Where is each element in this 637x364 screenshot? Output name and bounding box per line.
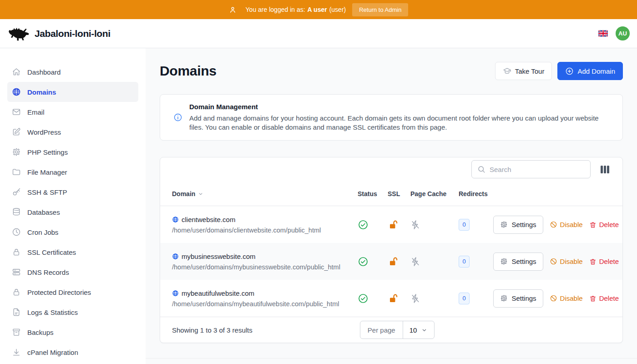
search-icon	[477, 165, 485, 173]
sidebar-item-php-settings[interactable]: PHP Settings	[7, 142, 138, 162]
ssl-unlocked-icon[interactable]	[388, 256, 410, 267]
info-card-title: Domain Management	[189, 103, 602, 111]
sidebar-item-ssl-certificates[interactable]: SSL Certificates	[7, 242, 138, 262]
delete-button[interactable]: Delete	[589, 294, 619, 302]
column-header-redirects: Redirects	[459, 190, 499, 197]
sidebar-item-databases[interactable]: Databases	[7, 202, 138, 222]
archive-box-icon	[12, 328, 21, 337]
brand-logo-link[interactable]: Jabaloni-loni-loni	[7, 25, 111, 42]
redirects-count-badge[interactable]: 0	[459, 256, 470, 268]
ssl-unlocked-icon[interactable]	[388, 219, 410, 230]
column-header-page-cache: Page Cache	[410, 190, 459, 197]
page-cache-off-icon[interactable]	[410, 293, 459, 303]
main-content: Domains Take Tour Add Domain Domain Mana…	[146, 48, 637, 364]
sidebar-item-dashboard[interactable]: Dashboard	[7, 62, 138, 82]
page-cache-off-icon[interactable]	[410, 257, 459, 267]
column-header-ssl: SSL	[388, 190, 410, 197]
sidebar-item-label: PHP Settings	[27, 148, 68, 156]
take-tour-button[interactable]: Take Tour	[495, 62, 552, 80]
column-toggle-button[interactable]	[599, 164, 611, 175]
sidebar-item-file-manager[interactable]: File Manager	[7, 162, 138, 182]
language-flag-icon[interactable]	[598, 30, 608, 37]
redirects-count-badge[interactable]: 0	[459, 219, 470, 231]
sidebar-item-email[interactable]: Email	[7, 102, 138, 122]
disable-button[interactable]: Disable	[550, 294, 583, 302]
sidebar: Dashboard Domains Email WordPress PHP Se…	[0, 48, 146, 364]
sidebar-item-label: Logs & Statistics	[27, 308, 78, 316]
sidebar-item-label: Dashboard	[27, 68, 61, 76]
domain-management-info-card: Domain Management Add and manage domains…	[160, 94, 623, 141]
sidebar-item-label: SSL Certificates	[27, 248, 76, 256]
ban-icon	[550, 258, 557, 265]
gear-icon	[500, 221, 508, 228]
file-text-icon	[12, 308, 21, 317]
columns-icon	[601, 166, 603, 173]
per-page-label: Per page	[360, 321, 403, 339]
delete-button[interactable]: Delete	[589, 221, 619, 228]
page-cache-off-icon[interactable]	[410, 220, 459, 230]
sidebar-item-cpanel-migration[interactable]: cPanel Migration	[7, 342, 138, 362]
page-head: Domains Take Tour Add Domain	[160, 62, 623, 80]
delete-button[interactable]: Delete	[589, 258, 619, 265]
graduation-cap-icon	[503, 67, 511, 76]
status-enabled-icon	[358, 219, 388, 230]
sidebar-item-label: File Manager	[27, 168, 67, 176]
status-enabled-icon	[358, 293, 388, 304]
info-icon	[173, 113, 182, 122]
sidebar-item-backups[interactable]: Backups	[7, 322, 138, 342]
sidebar-item-logs-statistics[interactable]: Logs & Statistics	[7, 302, 138, 322]
column-header-status: Status	[358, 190, 388, 197]
disable-button[interactable]: Disable	[550, 221, 583, 228]
search-box	[471, 160, 591, 178]
globe-icon	[172, 253, 179, 260]
banner-message: You are logged in as: A user (user)	[246, 6, 346, 13]
server-icon	[12, 268, 21, 277]
page-title: Domains	[160, 63, 217, 79]
table-header-row: Domain Status SSL Page Cache Redirects	[160, 182, 622, 206]
sidebar-item-cron-jobs[interactable]: Cron Jobs	[7, 222, 138, 242]
redirects-count-badge[interactable]: 0	[459, 293, 470, 304]
disable-button[interactable]: Disable	[550, 258, 583, 265]
per-page-control: Per page 10	[360, 321, 435, 339]
trash-icon	[589, 258, 597, 265]
settings-button[interactable]: Settings	[493, 253, 543, 271]
mail-icon	[12, 107, 21, 116]
banner-user-role: (user)	[329, 6, 346, 13]
return-to-admin-button[interactable]: Return to Admin	[352, 3, 408, 16]
banner-prefix: You are logged in as:	[246, 6, 305, 13]
banner-user-name: A user	[308, 6, 327, 13]
sidebar-item-protected-directories[interactable]: Protected Directories	[7, 282, 138, 302]
header-right: AU	[598, 26, 630, 40]
sidebar-item-wordpress[interactable]: WordPress	[7, 122, 138, 142]
search-input[interactable]	[490, 166, 585, 173]
settings-button[interactable]: Settings	[493, 289, 543, 308]
globe-icon	[12, 87, 21, 96]
sidebar-item-ssh-sftp[interactable]: SSH & SFTP	[7, 182, 138, 202]
page-layout: Dashboard Domains Email WordPress PHP Se…	[0, 48, 637, 364]
ssl-unlocked-icon[interactable]	[388, 293, 410, 304]
settings-button[interactable]: Settings	[493, 216, 543, 234]
status-enabled-icon	[358, 256, 388, 267]
domain-name[interactable]: clientwebsite.com	[172, 216, 358, 223]
domains-table-card: Domain Status SSL Page Cache Redirects c…	[160, 157, 623, 343]
user-avatar[interactable]: AU	[616, 26, 630, 40]
domain-sort-control[interactable]: Domain	[172, 190, 204, 197]
brand-title: Jabaloni-loni-loni	[35, 28, 111, 39]
gear-icon	[500, 294, 508, 302]
sidebar-item-dns-records[interactable]: DNS Records	[7, 262, 138, 282]
trash-icon	[589, 221, 597, 228]
database-icon	[12, 207, 21, 217]
table-toolbar	[160, 157, 622, 182]
chevron-down-icon	[421, 327, 428, 334]
add-domain-button[interactable]: Add Domain	[557, 62, 623, 80]
table-footer: Showing 1 to 3 of 3 results Per page 10	[160, 317, 622, 343]
domain-name[interactable]: mybusinesswebsite.com	[172, 253, 358, 260]
sidebar-item-domains[interactable]: Domains	[7, 82, 138, 102]
results-summary: Showing 1 to 3 of 3 results	[172, 326, 253, 334]
domain-name[interactable]: mybeautifulwebsite.com	[172, 289, 358, 297]
page-actions: Take Tour Add Domain	[495, 62, 623, 80]
sidebar-item-label: Databases	[27, 208, 60, 216]
sidebar-item-label: DNS Records	[27, 268, 69, 276]
folder-icon	[12, 167, 21, 177]
per-page-select[interactable]: 10	[403, 321, 435, 339]
